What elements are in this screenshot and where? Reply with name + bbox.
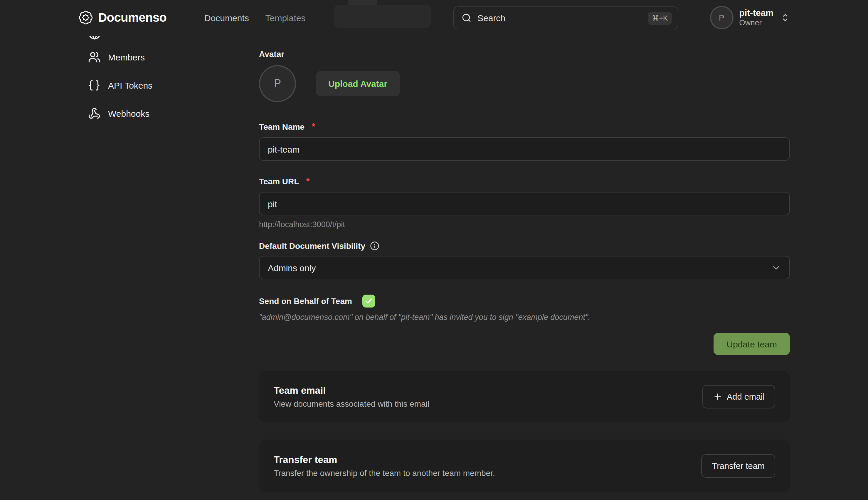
- avatar-label: Avatar: [259, 49, 790, 59]
- sidebar-item-clipped[interactable]: [88, 36, 102, 41]
- search-placeholder: Search: [477, 13, 648, 23]
- nav-link-documents[interactable]: Documents: [204, 13, 249, 23]
- sidebar-item-members[interactable]: Members: [78, 45, 254, 69]
- visibility-selected-value: Admins only: [268, 263, 316, 273]
- navbar: Documenso Documents Templates Search ⌘+K…: [0, 0, 868, 35]
- required-asterisk: *: [312, 122, 315, 132]
- sidebar-item-api-tokens[interactable]: API Tokens: [78, 73, 254, 97]
- user-texts: pit-team Owner: [739, 7, 774, 28]
- team-name-label: Team Name: [259, 122, 304, 132]
- transfer-team-card: Transfer team Transfer the ownership of …: [259, 440, 790, 492]
- visibility-label-row: Default Document Visibility: [259, 241, 790, 251]
- team-email-texts: Team email View documents associated wit…: [274, 385, 429, 408]
- nav-link-templates[interactable]: Templates: [265, 13, 306, 23]
- search-input[interactable]: Search ⌘+K: [453, 7, 678, 29]
- visibility-group: Default Document Visibility Admins only: [259, 241, 790, 279]
- transfer-team-texts: Transfer team Transfer the ownership of …: [274, 454, 495, 478]
- transfer-team-button-label: Transfer team: [712, 461, 765, 471]
- team-email-title: Team email: [274, 385, 429, 396]
- team-name-label-row: Team Name *: [259, 122, 790, 132]
- team-avatar-preview: P: [259, 65, 296, 102]
- team-email-description: View documents associated with this emai…: [274, 399, 429, 408]
- avatar-row: P Upload Avatar: [259, 65, 790, 102]
- update-team-button[interactable]: Update team: [714, 333, 790, 355]
- team-name-input[interactable]: [259, 137, 790, 161]
- team-name-group: Team Name *: [259, 122, 790, 161]
- user-role: Owner: [739, 19, 774, 28]
- sidebar: Members API Tokens Webhooks: [78, 36, 254, 125]
- update-row: Update team: [259, 333, 790, 355]
- send-on-behalf-label: Send on Behalf of Team: [259, 296, 352, 306]
- sidebar-item-label: API Tokens: [108, 80, 153, 90]
- sidebar-item-label: Members: [108, 52, 145, 62]
- check-icon: [365, 297, 373, 305]
- braces-icon: [88, 79, 100, 91]
- user-avatar: P: [710, 6, 733, 29]
- required-asterisk: *: [306, 176, 310, 186]
- user-team-name: pit-team: [739, 7, 774, 19]
- sidebar-item-webhooks[interactable]: Webhooks: [78, 102, 254, 125]
- nav-hover-pill-artifact: [334, 5, 431, 28]
- transfer-team-description: Transfer the ownership of the team to an…: [274, 468, 495, 478]
- visibility-label: Default Document Visibility: [259, 241, 365, 251]
- app-root: Documenso Documents Templates Search ⌘+K…: [0, 0, 868, 500]
- user-menu[interactable]: P pit-team Owner: [710, 6, 790, 29]
- team-settings-main: Avatar P Upload Avatar Team Name * Team …: [259, 36, 790, 492]
- add-email-button-label: Add email: [727, 392, 765, 401]
- info-icon[interactable]: [370, 241, 379, 251]
- globe-icon: [88, 36, 101, 40]
- team-url-input[interactable]: [259, 192, 790, 215]
- documenso-seal-icon: [78, 10, 93, 25]
- nav-links: Documents Templates: [204, 0, 306, 35]
- add-email-button[interactable]: Add email: [702, 385, 775, 408]
- team-url-label-row: Team URL *: [259, 176, 790, 186]
- team-url-group: Team URL * http://localhost:3000/t/pit: [259, 176, 790, 229]
- default-visibility-select[interactable]: Admins only: [259, 256, 790, 279]
- upload-avatar-button[interactable]: Upload Avatar: [316, 71, 400, 96]
- webhook-icon: [88, 107, 100, 120]
- team-url-helper: http://localhost:3000/t/pit: [259, 220, 790, 229]
- transfer-team-title: Transfer team: [274, 454, 495, 465]
- transfer-team-button[interactable]: Transfer team: [701, 454, 775, 478]
- brand-logo[interactable]: Documenso: [78, 0, 167, 35]
- users-icon: [88, 51, 100, 63]
- send-on-behalf-row: Send on Behalf of Team: [259, 295, 790, 307]
- sidebar-item-label: Webhooks: [108, 108, 149, 118]
- brand-name: Documenso: [98, 11, 167, 25]
- search-icon: [461, 13, 471, 23]
- send-on-behalf-preview: "admin@documenso.com" on behalf of "pit-…: [259, 313, 790, 321]
- plus-icon: [713, 392, 722, 401]
- team-email-card: Team email View documents associated wit…: [259, 371, 790, 422]
- chevron-down-icon: [771, 263, 781, 273]
- team-url-label: Team URL: [259, 177, 299, 186]
- chevrons-up-down-icon: [780, 13, 790, 22]
- search-shortcut-badge: ⌘+K: [648, 11, 672, 24]
- send-on-behalf-checkbox[interactable]: [363, 295, 376, 307]
